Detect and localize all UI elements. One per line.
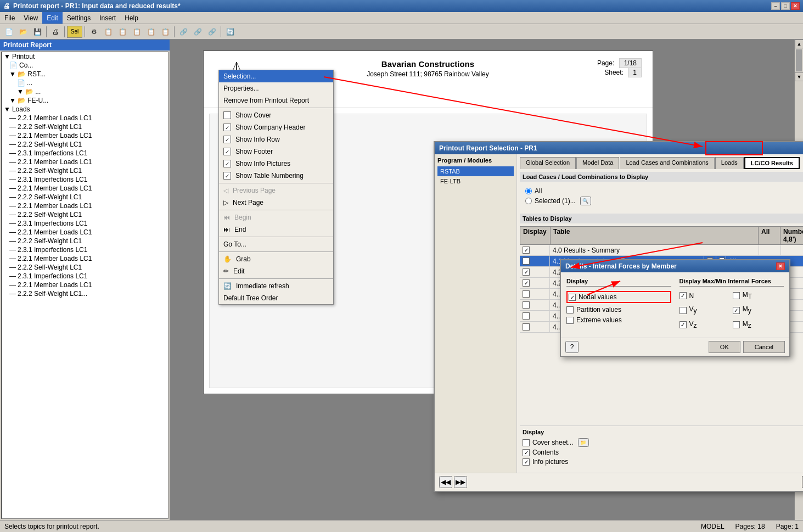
ctx-show-company-header[interactable]: Show Company Header bbox=[219, 121, 333, 133]
ctx-show-info-pictures[interactable]: Show Info Pictures bbox=[219, 158, 333, 170]
minimize-button[interactable]: – bbox=[771, 2, 780, 10]
cell-display-1[interactable] bbox=[520, 245, 550, 255]
chk-partition-values[interactable] bbox=[566, 306, 574, 313]
chk-contents[interactable] bbox=[523, 449, 530, 456]
tree-item-loads[interactable]: ▼ Loads bbox=[2, 105, 168, 114]
chk-maxmin-my[interactable] bbox=[733, 307, 740, 314]
tree-item-load12[interactable]: — 2.2.2 Self-Weight LC1 bbox=[2, 210, 168, 219]
chk-display-1[interactable] bbox=[523, 247, 530, 254]
tree-item-load3[interactable]: — 2.2.1 Member Loads LC1 bbox=[2, 131, 168, 140]
menu-view[interactable]: View bbox=[19, 12, 42, 24]
refresh-button[interactable]: 🔄 bbox=[223, 26, 237, 38]
toolbar-btn-2[interactable]: 📋 bbox=[102, 26, 115, 38]
ctx-show-info-row[interactable]: Show Info Row bbox=[219, 133, 333, 145]
tree-item-load17[interactable]: — 2.2.1 Member Loads LC1 bbox=[2, 254, 168, 263]
menu-settings[interactable]: Settings bbox=[63, 12, 95, 24]
tree-item-sub2[interactable]: ▼ 📂 ... bbox=[2, 87, 168, 96]
tree-item-load8[interactable]: — 2.3.1 Imperfections LC1 bbox=[2, 175, 168, 184]
new-button[interactable]: 📄 bbox=[2, 26, 15, 38]
radio-all[interactable] bbox=[525, 188, 532, 194]
toolbar-btn-7[interactable]: 🔗 bbox=[177, 26, 190, 38]
details-ok-button[interactable]: OK bbox=[709, 341, 740, 353]
ctx-remove[interactable]: Remove from Printout Report bbox=[219, 94, 333, 107]
chk-cover-sheet[interactable] bbox=[523, 439, 530, 446]
tree-item-load10[interactable]: — 2.2.2 Self-Weight LC1 bbox=[2, 193, 168, 201]
chk-display-7[interactable] bbox=[523, 312, 530, 320]
toolbar-btn-1[interactable]: ⚙ bbox=[87, 26, 100, 38]
cell-display-7[interactable] bbox=[520, 311, 550, 321]
chk-display-5[interactable] bbox=[523, 290, 530, 298]
cover-sheet-detail-button[interactable]: 📁 bbox=[578, 438, 589, 447]
ctx-selection[interactable]: Selection... bbox=[219, 70, 333, 82]
tree-item-load2[interactable]: — 2.2.2 Self-Weight LC1 bbox=[2, 122, 168, 131]
tree-item-load13[interactable]: — 2.3.1 Imperfections LC1 bbox=[2, 219, 168, 228]
toolbar-btn-6[interactable]: 📋 bbox=[159, 26, 172, 38]
chk-maxmin-mt[interactable] bbox=[733, 292, 740, 299]
tree-item-load5[interactable]: — 2.3.1 Imperfections LC1 bbox=[2, 149, 168, 158]
ctx-show-footer[interactable]: Show Footer bbox=[219, 145, 333, 158]
program-rstab[interactable]: RSTAB bbox=[437, 166, 514, 176]
tree-item-load6[interactable]: — 2.2.1 Member Loads LC1 bbox=[2, 158, 168, 166]
chk-maxmin-mz[interactable] bbox=[733, 321, 740, 328]
ctx-default-tree-order[interactable]: Default Tree Order bbox=[219, 292, 333, 304]
details-cancel-button[interactable]: Cancel bbox=[743, 341, 785, 353]
cell-display-3[interactable] bbox=[520, 267, 550, 277]
ctx-show-table-numbering[interactable]: Show Table Numbering bbox=[219, 170, 333, 182]
scroll-up-button[interactable]: ▲ bbox=[795, 40, 803, 48]
chk-display-4[interactable] bbox=[523, 279, 530, 287]
details-help-button[interactable]: ? bbox=[565, 341, 579, 353]
tree-item-load14[interactable]: — 2.2.1 Member Loads LC1 bbox=[2, 228, 168, 237]
ctx-immediate-refresh[interactable]: 🔄 Immediate refresh bbox=[219, 280, 333, 292]
menu-file[interactable]: File bbox=[0, 12, 19, 24]
chk-display-8[interactable] bbox=[523, 323, 530, 331]
menu-insert[interactable]: Insert bbox=[95, 12, 120, 24]
details-close-button[interactable]: ✕ bbox=[776, 262, 785, 270]
tree-item-sub1[interactable]: 📄 ... bbox=[2, 79, 168, 87]
ctx-end[interactable]: ⏭ End bbox=[219, 223, 333, 236]
scroll-down-button[interactable]: ▼ bbox=[795, 72, 803, 81]
tab-loads[interactable]: Loads bbox=[715, 157, 744, 169]
ctx-next-page[interactable]: ▷ Next Page bbox=[219, 197, 333, 209]
cell-display-2[interactable] bbox=[520, 256, 550, 266]
chk-display-6[interactable] bbox=[523, 301, 530, 309]
scroll-thumb[interactable] bbox=[796, 49, 802, 71]
tree-item-load15[interactable]: — 2.2.2 Self-Weight LC1 bbox=[2, 237, 168, 245]
chk-display-3[interactable] bbox=[523, 268, 530, 276]
tree-item-load19[interactable]: — 2.3.1 Imperfections LC1 bbox=[2, 272, 168, 281]
menu-edit[interactable]: Edit bbox=[42, 12, 63, 24]
tab-lc-co-results[interactable]: LC/CO Results bbox=[744, 157, 800, 169]
chk-display-2[interactable] bbox=[523, 257, 530, 265]
ctx-show-cover[interactable]: Show Cover bbox=[219, 109, 333, 121]
save-button[interactable]: 💾 bbox=[31, 26, 44, 38]
tree-item-load1[interactable]: — 2.2.1 Member Loads LC1 bbox=[2, 114, 168, 122]
ctx-properties[interactable]: Properties... bbox=[219, 82, 333, 94]
dialog-nav-right[interactable]: ▶▶ bbox=[454, 476, 467, 488]
program-feltb[interactable]: FE-LTB bbox=[437, 176, 514, 186]
dialog-nav-left[interactable]: ◀◀ bbox=[439, 476, 452, 488]
tree-item-co[interactable]: 📄 Co... bbox=[2, 61, 168, 70]
tab-model-data[interactable]: Model Data bbox=[576, 157, 619, 169]
menu-help[interactable]: Help bbox=[120, 12, 143, 24]
ctx-edit[interactable]: ✏ Edit bbox=[219, 265, 333, 277]
tree-item-load9[interactable]: — 2.2.1 Member Loads LC1 bbox=[2, 184, 168, 193]
tree-item-load18[interactable]: — 2.2.2 Self-Weight LC1 bbox=[2, 263, 168, 272]
tree-item-load21[interactable]: — 2.2.2 Self-Weight LC1... bbox=[2, 289, 168, 298]
ctx-grab[interactable]: ✋ Grab bbox=[219, 253, 333, 265]
cell-display-6[interactable] bbox=[520, 300, 550, 310]
toolbar-btn-8[interactable]: 🔗 bbox=[191, 26, 204, 38]
toolbar-btn-3[interactable]: 📋 bbox=[116, 26, 129, 38]
maximize-button[interactable]: □ bbox=[781, 2, 790, 10]
toolbar-btn-5[interactable]: 📋 bbox=[144, 26, 158, 38]
tab-load-cases[interactable]: Load Cases and Combinations bbox=[620, 157, 714, 169]
tree-item-load4[interactable]: — 2.2.2 Self-Weight LC1 bbox=[2, 140, 168, 149]
chk-maxmin-vz[interactable] bbox=[680, 321, 687, 328]
toolbar-btn-4[interactable]: 📋 bbox=[130, 26, 143, 38]
selected-detail-button[interactable]: 🔍 bbox=[580, 197, 591, 205]
tree-area[interactable]: ▼ Printout 📄 Co... ▼ 📂 RST... 📄 ... ▼ 📂 … bbox=[1, 52, 169, 519]
selection-button[interactable]: Sel bbox=[67, 26, 82, 38]
toolbar-btn-9[interactable]: 🔗 bbox=[205, 26, 218, 38]
cell-display-4[interactable] bbox=[520, 278, 550, 288]
tab-global-selection[interactable]: Global Selection bbox=[520, 157, 576, 169]
open-button[interactable]: 📂 bbox=[16, 26, 30, 38]
scroll-track[interactable] bbox=[795, 49, 803, 71]
